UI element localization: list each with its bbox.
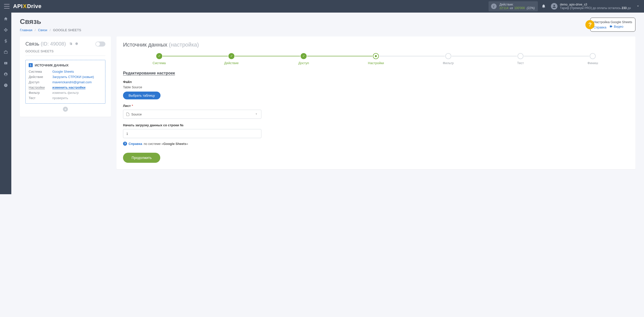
sheet-value: Source [131,112,142,116]
video-icon[interactable] [3,60,9,66]
source-heading: ИСТОЧНИК ДАННЫХ [35,63,68,67]
info-icon: i [491,4,497,9]
file-value: Table Source [123,85,629,89]
help-video-label: Видео [614,24,623,29]
profile-icon[interactable] [3,71,9,77]
user-days: 233 [622,6,627,10]
step-system[interactable]: Система [123,53,195,65]
chevron-down-icon [255,112,258,116]
chevron-down-icon[interactable] [636,4,640,9]
help-sys: Google Sheets [163,142,186,146]
step-finish[interactable]: Финиш [557,53,629,65]
row-system-value[interactable]: Google Sheets [52,70,74,73]
row-access-label: Доступ [29,80,51,84]
main-title: Источник данных [123,42,167,48]
side-title: Связь [25,41,39,47]
question-badge-icon[interactable]: ? [585,20,594,29]
startrow-label: Начать загрузку данных со строки № [123,123,629,127]
actions-of: из [510,6,513,10]
row-test-value[interactable]: проверить [52,96,68,100]
bell-icon[interactable] [541,4,546,9]
avatar-icon [551,3,557,10]
sheet-label: Лист [123,104,131,108]
billing-icon[interactable] [3,38,9,44]
breadcrumb: Главная / Связи / GOOGLE SHEETS [20,28,81,32]
copy-icon[interactable] [69,42,73,46]
gear-icon[interactable] [74,42,78,46]
briefcase-icon[interactable] [3,49,9,55]
add-destination-button[interactable]: + [63,107,68,112]
side-subtitle: GOOGLE SHEETS [25,49,105,56]
help-callout: ? Настройка Google Sheets Справка Видео [590,18,635,32]
help-ref-link[interactable]: Справка [129,142,142,146]
content-area: Связь Главная / Связи / GOOGLE SHEETS ? … [11,13,644,194]
side-id: (ID: 49008) [41,41,66,47]
user-name: demo_apix-drive_s3 [560,3,631,6]
step-settings[interactable]: Настройки [340,53,412,65]
stepper: Система Действие Доступ Настройки [123,53,629,65]
breadcrumb-links[interactable]: Связи [38,28,47,32]
required-mark: * [132,104,133,108]
connections-icon[interactable] [3,27,9,33]
actions-count: 22'114 [500,6,509,10]
step-filter[interactable]: Фильтр [412,53,484,65]
startrow-input[interactable] [123,129,261,138]
help-link-reference[interactable]: Справка [593,25,606,29]
row-settings-label: Настройки [29,86,51,89]
section-title: Редактирование настроек [123,71,629,75]
help-icon[interactable]: ? [3,83,9,88]
breadcrumb-current: GOOGLE SHEETS [53,28,81,32]
help-mid: по системе « [144,142,163,146]
app-logo[interactable]: API X Drive [13,3,42,10]
actions-pct: (22%) [527,6,535,10]
logo-api: API [13,3,23,10]
inline-help: ? Справка по системе «Google Sheets» [123,142,629,146]
step-access[interactable]: Доступ [268,53,340,65]
continue-button[interactable]: Продолжить [123,153,160,163]
menu-icon[interactable] [4,4,10,9]
actions-counter[interactable]: i Действия: 22'114 из 100'000 (22%) [489,1,538,12]
step-action[interactable]: Действие [195,53,267,65]
app-header: API X Drive i Действия: 22'114 из 100'00… [0,0,644,13]
home-icon[interactable] [3,16,9,22]
source-badge: 1 [29,63,33,67]
row-action-value[interactable]: Загрузить СТРОКИ (новые) [52,75,94,79]
row-settings-value[interactable]: изменить настройки [52,86,86,89]
logo-x: X [23,3,27,10]
help-end: » [186,142,188,146]
help-link-video[interactable]: Видео [609,24,623,29]
connection-side-panel: Связь (ID: 49008) GOOGLE SHEETS 1 [20,36,111,117]
help-title: Настройка Google Sheets [593,20,632,24]
breadcrumb-home[interactable]: Главная [20,28,32,32]
user-days-suffix: дн [627,6,631,10]
sidebar-nav: ? [0,13,11,194]
actions-lines: Действия: 22'114 из 100'000 (22%) [500,3,535,10]
row-access-value[interactable]: maverickandrii@gmail.com [52,80,92,84]
row-action-label: Действие [29,75,51,79]
row-system-label: Система [29,70,51,73]
question-icon: ? [123,142,127,146]
user-plan-prefix: Тариф |Премиум PRO| до оплаты осталось [560,6,622,10]
sheet-select[interactable]: Source [123,110,261,119]
document-icon [126,112,129,116]
main-panel: Источник данных (настройка) Система Дейс… [116,36,635,169]
row-filter-value[interactable]: изменить фильтр [52,91,79,95]
choose-table-button[interactable]: Выбрать таблицу [123,92,160,99]
actions-total: 100'000 [514,6,525,10]
user-lines: demo_apix-drive_s3 Тариф |Премиум PRO| д… [560,3,631,10]
actions-label: Действия: [500,3,535,6]
row-test-label: Тест [29,96,51,100]
page-title: Связь [20,18,81,26]
main-title-light: (настройка) [169,42,199,48]
svg-text:?: ? [5,84,7,87]
row-filter-label: Фильтр [29,91,51,95]
step-test[interactable]: Тест [484,53,556,65]
source-block: 1 ИСТОЧНИК ДАННЫХ Система Google Sheets … [25,60,105,104]
user-menu[interactable]: demo_apix-drive_s3 Тариф |Премиум PRO| д… [551,3,631,10]
file-label: Файл [123,80,629,84]
connection-toggle[interactable] [95,42,105,47]
logo-drive: Drive [27,3,42,10]
